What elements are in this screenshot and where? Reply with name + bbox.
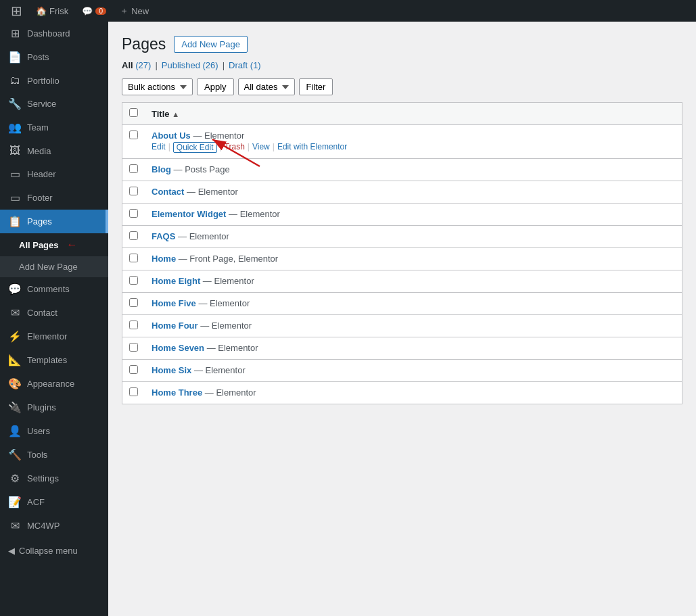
apply-button[interactable]: Apply — [197, 78, 234, 95]
page-title-link[interactable]: Home Four — [152, 321, 198, 331]
row-checkbox[interactable] — [129, 254, 138, 262]
service-icon: 🔧 — [8, 97, 22, 110]
page-title-link[interactable]: Home Three — [152, 387, 202, 398]
sidebar-item-label: Portfolio — [27, 76, 60, 86]
row-checkbox[interactable] — [129, 298, 138, 307]
sidebar-item-label: Team — [27, 122, 49, 133]
tools-icon: 🔨 — [8, 448, 22, 461]
templates-icon: 📐 — [8, 354, 22, 366]
table-row: About Us — Elementor Edit | Quick Edit |… — [122, 125, 682, 159]
sidebar-item-footer[interactable]: ▭ Footer — [0, 186, 108, 210]
sidebar-item-all-pages[interactable]: All Pages ← — [0, 233, 108, 256]
sidebar-item-users[interactable]: 👤 Users — [0, 419, 108, 443]
status-published-link[interactable]: Published (26) — [162, 60, 218, 70]
sidebar-item-templates[interactable]: 📐 Templates — [0, 348, 108, 372]
sidebar: ⊞ Dashboard 📄 Posts 🗂 Portfolio 🔧 Servic… — [0, 22, 108, 616]
dates-select[interactable]: All dates — [238, 78, 295, 95]
table-row: Home Seven — Elementor — [122, 337, 682, 360]
adminbar-site[interactable]: 🏠 Frisk — [30, 0, 74, 22]
sidebar-item-elementor[interactable]: ⚡ Elementor — [0, 325, 108, 348]
status-all-link[interactable]: All (27) — [122, 60, 151, 70]
sep: | — [168, 142, 170, 153]
row-checkbox[interactable] — [129, 131, 138, 139]
sidebar-item-label: MC4WP — [27, 521, 60, 531]
bulk-actions-select[interactable]: Bulk actions — [122, 78, 193, 95]
comment-icon: 💬 — [82, 6, 93, 16]
wp-logo-icon[interactable]: ⊞ — [5, 3, 28, 19]
sidebar-item-label: Settings — [27, 473, 59, 483]
row-checkbox[interactable] — [129, 343, 138, 352]
sidebar-item-label: Media — [27, 146, 51, 156]
edit-elementor-link[interactable]: Edit with Elementor — [277, 142, 347, 153]
sidebar-item-label: Users — [27, 426, 50, 436]
adminbar-new[interactable]: ＋ New — [114, 0, 154, 22]
row-checkbox[interactable] — [129, 209, 138, 218]
row-checkbox-cell — [122, 204, 145, 226]
page-title-link[interactable]: FAQS — [152, 231, 175, 241]
status-draft[interactable]: Draft (1) — [229, 60, 261, 70]
sidebar-item-add-new-page[interactable]: Add New Page — [0, 256, 108, 277]
filter-button[interactable]: Filter — [299, 78, 333, 95]
page-type: — Elementor — [205, 387, 256, 398]
row-checkbox[interactable] — [129, 231, 138, 240]
status-draft-link[interactable]: Draft (1) — [229, 60, 261, 70]
page-title-link[interactable]: Home Six — [152, 365, 191, 375]
quick-edit-link[interactable]: Quick Edit — [173, 142, 217, 153]
sidebar-item-service[interactable]: 🔧 Service — [0, 92, 108, 116]
page-title-link[interactable]: Home Five — [152, 298, 196, 308]
sidebar-item-mc4wp[interactable]: ✉ MC4WP — [0, 514, 108, 538]
row-checkbox[interactable] — [129, 187, 138, 195]
collapse-menu[interactable]: ◀ Collapse menu — [0, 538, 108, 564]
comments-icon: 💬 — [8, 283, 22, 295]
sidebar-item-header[interactable]: ▭ Header — [0, 162, 108, 186]
page-title-link[interactable]: About Us — [152, 131, 191, 141]
status-all[interactable]: All (27) — [122, 60, 151, 70]
dashboard-icon: ⊞ — [8, 27, 22, 40]
row-title-cell: Home Three — Elementor — [145, 382, 682, 404]
sidebar-item-media[interactable]: 🖼 Media — [0, 139, 108, 162]
team-icon: 👥 — [8, 121, 22, 134]
add-new-page-button[interactable]: Add New Page — [174, 36, 248, 53]
sidebar-item-dashboard[interactable]: ⊞ Dashboard — [0, 22, 108, 45]
row-checkbox[interactable] — [129, 276, 138, 285]
sidebar-item-posts[interactable]: 📄 Posts — [0, 45, 108, 69]
page-title-link[interactable]: Home Seven — [152, 343, 204, 353]
edit-link[interactable]: Edit — [152, 142, 166, 153]
select-all-checkbox[interactable] — [129, 108, 138, 117]
status-published[interactable]: Published (26) — [162, 60, 218, 70]
contact-icon: ✉ — [8, 306, 22, 319]
row-checkbox[interactable] — [129, 387, 138, 396]
adminbar-comments[interactable]: 💬 0 — [76, 0, 112, 22]
page-title-link[interactable]: Home — [152, 254, 176, 264]
table-row: FAQS — Elementor — [122, 226, 682, 248]
sidebar-item-team[interactable]: 👥 Team — [0, 116, 108, 139]
status-filter-nav: All (27) | Published (26) | Draft (1) — [122, 60, 682, 70]
page-title-link[interactable]: Home Eight — [152, 276, 200, 286]
sidebar-item-portfolio[interactable]: 🗂 Portfolio — [0, 69, 108, 92]
sidebar-item-settings[interactable]: ⚙ Settings — [0, 467, 108, 490]
pages-icon: 📋 — [8, 215, 22, 228]
title-col-header[interactable]: Title ▲ — [145, 103, 682, 125]
table-row: Blog — Posts Page — [122, 159, 682, 181]
view-link[interactable]: View — [252, 142, 270, 153]
sidebar-item-acf[interactable]: 📝 ACF — [0, 490, 108, 514]
page-title-link[interactable]: Contact — [152, 187, 184, 197]
row-checkbox[interactable] — [129, 321, 138, 329]
sidebar-item-appearance[interactable]: 🎨 Appearance — [0, 372, 108, 396]
row-checkbox-cell — [122, 248, 145, 270]
sidebar-item-contact[interactable]: ✉ Contact — [0, 301, 108, 325]
trash-link[interactable]: Trash — [225, 142, 245, 153]
status-published-count: (26) — [203, 60, 218, 70]
row-title-cell: Home Four — Elementor — [145, 315, 682, 337]
sidebar-item-plugins[interactable]: 🔌 Plugins — [0, 396, 108, 419]
sidebar-item-comments[interactable]: 💬 Comments — [0, 277, 108, 301]
row-checkbox[interactable] — [129, 365, 138, 374]
sep: | — [273, 142, 275, 153]
sidebar-item-tools[interactable]: 🔨 Tools — [0, 443, 108, 467]
sep: | — [248, 142, 250, 153]
page-title-link[interactable]: Blog — [152, 164, 171, 174]
page-title-link[interactable]: Elementor Widget — [152, 209, 226, 219]
row-title-cell: Contact — Elementor — [145, 181, 682, 204]
sidebar-item-pages[interactable]: 📋 Pages — [0, 210, 108, 233]
row-checkbox[interactable] — [129, 164, 138, 173]
